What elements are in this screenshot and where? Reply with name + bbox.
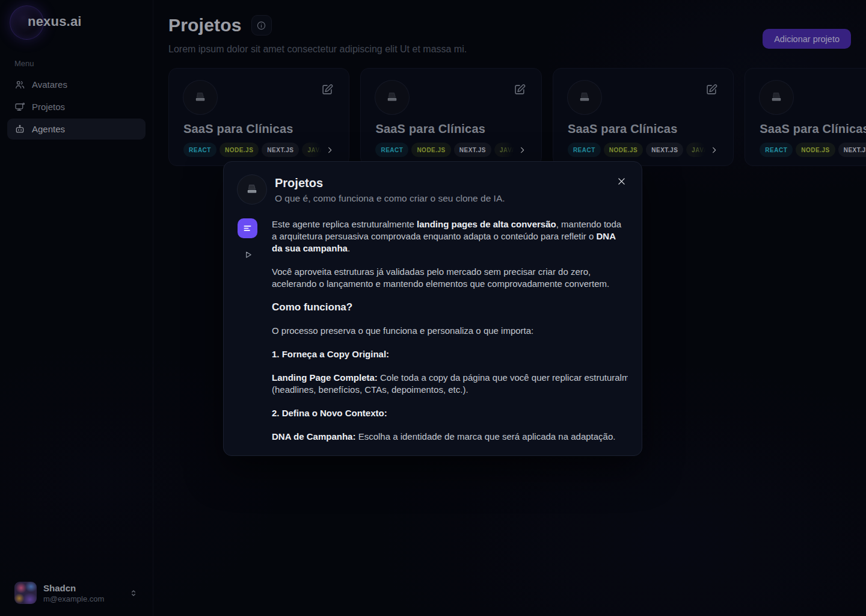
modal-paragraph: Você aproveita estruturas já validadas p… bbox=[272, 266, 628, 290]
modal-paragraph-line: Landing Page Completa: Cole toda a copy … bbox=[272, 372, 628, 384]
modal-text-span: Como funciona? bbox=[272, 301, 352, 313]
modal-text-span: O processo preserva o que funciona e per… bbox=[272, 325, 533, 336]
modal-section-heading: Como funciona? bbox=[272, 301, 628, 313]
modal-paragraph-line: (headlines, benefícios, CTAs, depoimento… bbox=[272, 384, 628, 396]
modal-text-span: Escolha a identidade de marca que será a… bbox=[358, 431, 616, 442]
modal-paragraph: 2. Defina o Novo Contexto: bbox=[272, 407, 628, 419]
app-root: nexus.ai Menu AvataresProjetosAgentes Sh… bbox=[0, 0, 866, 616]
modal-rail bbox=[238, 218, 272, 443]
modal-paragraph: Landing Page Completa: Cole toda a copy … bbox=[272, 372, 628, 396]
modal-avatar bbox=[238, 175, 266, 204]
close-icon[interactable] bbox=[615, 176, 627, 188]
modal-text-span: . bbox=[348, 243, 350, 253]
modal-text-span: (headlines, benefícios, CTAs, depoimento… bbox=[272, 384, 468, 395]
modal-text: Este agente replica estruturalmente land… bbox=[272, 218, 628, 443]
image-placeholder-icon bbox=[244, 182, 260, 197]
modal-body: Este agente replica estruturalmente land… bbox=[224, 204, 642, 443]
modal-header: Projetos O que é, como funciona e como c… bbox=[224, 162, 642, 204]
modal-text-bold: Landing Page Completa: bbox=[272, 372, 380, 383]
modal-text-bold: landing pages de alta conversão bbox=[417, 219, 556, 229]
text-lines-icon bbox=[238, 218, 257, 238]
modal-paragraph: Este agente replica estruturalmente land… bbox=[272, 218, 628, 254]
modal-text-bold: DNA de Campanha: bbox=[272, 431, 358, 442]
modal-paragraph: O processo preserva o que funciona e per… bbox=[272, 325, 628, 337]
modal-subtitle: O que é, como funciona e como criar o se… bbox=[275, 193, 505, 204]
modal-text-bold: 2. Defina o Novo Contexto: bbox=[272, 408, 387, 418]
modal-paragraph: 1. Forneça a Copy Original: bbox=[272, 348, 628, 360]
modal-head-text: Projetos O que é, como funciona e como c… bbox=[275, 175, 505, 204]
play-icon[interactable] bbox=[243, 250, 253, 260]
modal-text-span: Este agente replica estruturalmente bbox=[272, 219, 417, 229]
modal-text-bold: 1. Forneça a Copy Original: bbox=[272, 349, 389, 359]
modal-paragraph: DNA de Campanha: Escolha a identidade de… bbox=[272, 431, 628, 443]
modal-text-span: Cole toda a copy da página que você quer… bbox=[380, 372, 628, 383]
project-info-modal: Projetos O que é, como funciona e como c… bbox=[223, 161, 642, 456]
modal-text-span: Você aproveita estruturas já validadas p… bbox=[272, 266, 609, 289]
modal-title: Projetos bbox=[275, 176, 505, 190]
